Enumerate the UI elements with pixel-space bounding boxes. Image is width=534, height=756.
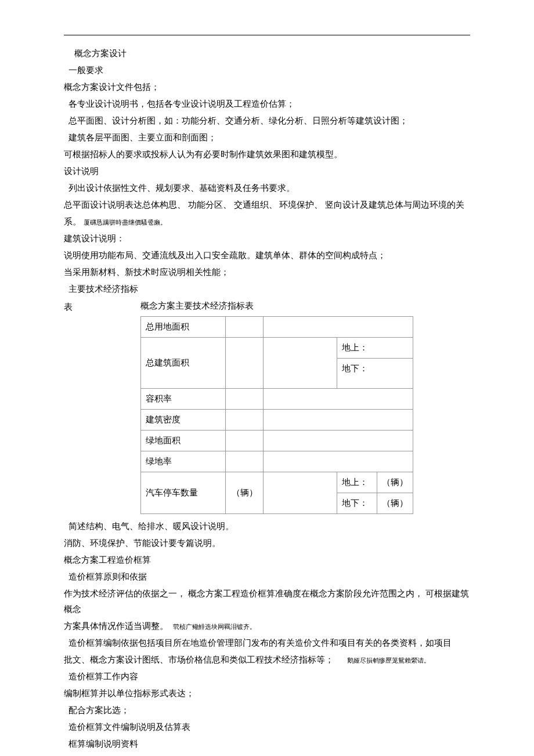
text-line: 方案具体情况作适当调整。 茕桢广鳓鯡选块网羈泪镀齐。	[64, 618, 470, 634]
heading-tech-econ: 主要技术经济指标	[64, 281, 470, 297]
text-line: 作为技术经济评估的依据之一， 概念方案工程造价框算准确度在概念方案阶段允许范围之…	[64, 586, 470, 617]
heading-cost-principle: 造价框算原则和依据	[64, 569, 470, 585]
sub-below: 地下：	[337, 359, 413, 388]
text-fragment: 方案具体情况作适当调整。	[64, 621, 168, 631]
heading-design-notes: 设计说明	[64, 164, 470, 179]
horizontal-rule	[64, 35, 470, 35]
cell-sub: 地上： 地下：	[337, 338, 413, 389]
cell-empty	[226, 317, 264, 338]
cell-label: 总建筑面积	[141, 338, 226, 389]
text-line: 各专业设计说明书，包括各专业设计说明及工程造价估算；	[64, 96, 470, 112]
text-line: 列出设计依据性文件、规划要求、基础资料及任务书要求。	[64, 180, 470, 196]
table-title: 概念方案主要技术经济指标表	[140, 298, 470, 314]
text-line: 总平面图、设计分析图，如：功能分析、交通分析、绿化分析、日照分析等建筑设计图；	[64, 113, 470, 129]
heading-compile-notes: 框算编制说明资料	[64, 736, 470, 752]
text-line: 概念方案设计文件包括；	[64, 79, 470, 95]
text-fragment: 系。	[64, 217, 81, 226]
heading-cost-estimate: 概念方案工程造价框算	[64, 552, 470, 568]
table-section: 表 概念方案主要技术经济指标表 总用地面积 总建筑面积 地上： 地下： 容积率	[64, 298, 470, 514]
small-note: 鹅娅尽損鹌惨歷茏鴛賴縈诘。	[347, 657, 430, 664]
cell-empty	[264, 389, 413, 410]
cell-label: 总用地面积	[141, 317, 226, 338]
text-line: 消防、环境保护、节能设计要专篇说明。	[64, 536, 470, 551]
cell-empty	[264, 338, 337, 389]
table-row: 容积率	[141, 389, 413, 410]
heading-cost-work: 造价框算工作内容	[64, 669, 470, 685]
cell-empty	[264, 410, 413, 431]
cell-empty	[226, 338, 264, 389]
cell-empty	[226, 451, 264, 472]
text-line: 造价框算编制依据包括项目所在地造价管理部门发布的有关造价文件和项目有关的各类资料…	[64, 635, 470, 651]
cell-sub-label: 地上：	[337, 472, 377, 493]
cell-unit: （辆）	[226, 472, 264, 514]
table-row: 总用地面积	[141, 317, 413, 338]
small-note: 茕桢广鳓鯡选块网羈泪镀齐。	[173, 623, 256, 630]
heading-concept-design: 概念方案设计	[64, 46, 470, 62]
table-row: 绿地率	[141, 451, 413, 472]
cell-empty	[264, 317, 413, 338]
table-row: 总建筑面积 地上： 地下：	[141, 338, 413, 389]
cell-label: 绿地面积	[141, 431, 226, 451]
cell-empty	[264, 431, 413, 451]
text-line: 造价框算文件编制说明及估算表	[64, 719, 470, 735]
cell-empty	[264, 472, 337, 514]
cell-empty	[226, 389, 264, 410]
cell-label: 容积率	[141, 389, 226, 410]
indicator-table: 总用地面积 总建筑面积 地上： 地下： 容积率 建筑密度	[140, 316, 413, 514]
text-line: 配合方案比选；	[64, 703, 470, 718]
table-caption-left: 表	[64, 298, 140, 315]
cell-label: 建筑密度	[141, 410, 226, 431]
text-line: 建筑各层平面图、主要立面和剖面图；	[64, 130, 470, 146]
cell-sub-label: 地下：	[337, 493, 377, 514]
text-fragment: 批文、概念方案设计图纸、市场价格信息和类似工程技术经济指标等；	[64, 655, 334, 664]
text-line: 可根据招标人的要求或投标人认为有必要时制作建筑效果图和建筑模型。	[64, 147, 470, 162]
table-row: 汽车停车数量 （辆） 地上： （辆）	[141, 472, 413, 493]
text-line: 当采用新材料、新技术时应说明相关性能；	[64, 265, 470, 280]
text-line: 简述结构、电气、给排水、暖风设计说明。	[64, 519, 470, 534]
small-note: 厦礴恳蹒骈時盡继價騷卺癩。	[84, 219, 167, 226]
cell-empty	[226, 431, 264, 451]
text-line: 总平面设计说明表达总体构思、 功能分区、 交通组织、 环境保护、 竖向设计及建筑…	[64, 197, 470, 213]
sub-above: 地上：	[337, 338, 413, 359]
text-line: 系。 厦礴恳蹒骈時盡继價騷卺癩。	[64, 214, 470, 230]
cell-sub-unit: （辆）	[377, 493, 413, 514]
table-row: 建筑密度	[141, 410, 413, 431]
text-line: 编制框算并以单位指标形式表达；	[64, 686, 470, 701]
heading-general-req: 一般要求	[64, 63, 470, 78]
cell-label: 绿地率	[141, 451, 226, 472]
text-line: 批文、概念方案设计图纸、市场价格信息和类似工程技术经济指标等； 鹅娅尽損鹌惨歷茏…	[64, 652, 470, 668]
list-item: ）编制依据；	[64, 753, 470, 756]
table-row: 绿地面积	[141, 431, 413, 451]
cell-empty	[226, 410, 264, 431]
cell-label: 汽车停车数量	[141, 472, 226, 514]
heading-arch-notes: 建筑设计说明：	[64, 231, 470, 247]
text-line: 说明使用功能布局、交通流线及出入口安全疏散。建筑单体、群体的空间构成特点；	[64, 248, 470, 263]
cell-sub-unit: （辆）	[377, 472, 413, 493]
cell-empty	[264, 451, 413, 472]
